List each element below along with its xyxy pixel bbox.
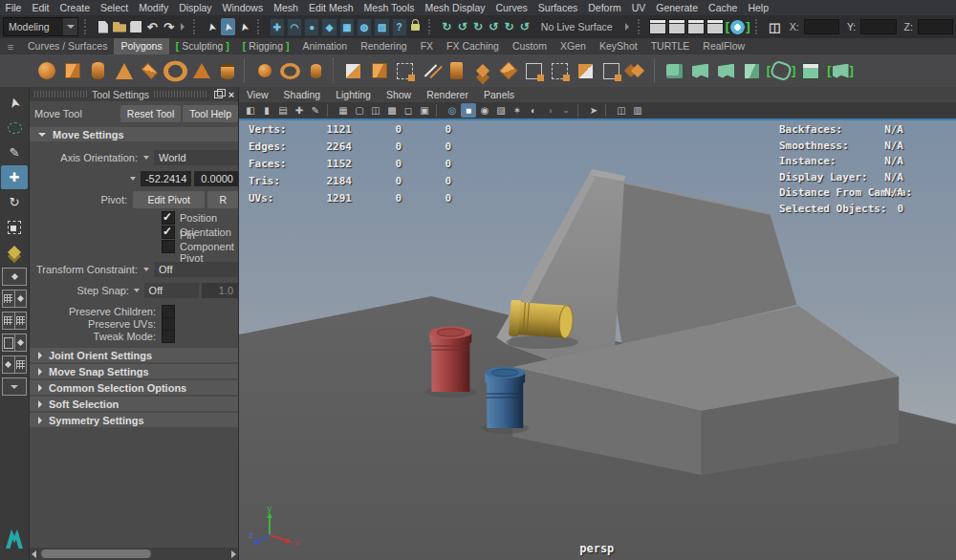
poly-pyramid-icon[interactable] [189,59,213,83]
uv-snapshot-icon[interactable] [798,59,822,83]
multi-cut-icon[interactable] [419,59,443,83]
wireframe-on-shaded-icon[interactable]: ◉ [477,103,492,118]
quad-draw-icon[interactable] [470,59,494,83]
step-snap-value[interactable]: Off [144,283,200,298]
axis-y-input[interactable]: 0.0000 [194,171,238,186]
coord-z-input[interactable] [918,19,953,34]
shelf-tab-sculpting[interactable]: Sculpting [169,38,236,54]
reset-tool-button[interactable]: Reset Tool [120,105,181,122]
letterbox-icon[interactable]: ▣ [417,103,432,118]
orientation-checkbox[interactable] [162,226,175,239]
coord-y-input[interactable] [860,19,896,34]
layout-custom-button[interactable] [2,377,27,396]
save-scene-icon[interactable] [129,18,143,35]
lock-selection-icon[interactable] [409,19,423,35]
insert-edge-loop-icon[interactable] [548,59,572,83]
scale-tool[interactable] [1,215,28,239]
viewport-menu-lighting[interactable]: Lighting [328,89,379,100]
paint-select-tool[interactable]: ✎ [1,140,28,164]
wireframe-icon[interactable]: ◎ [445,103,460,118]
boolean-union-icon[interactable] [341,59,365,83]
shelf-tab-polygons[interactable]: Polygons [114,38,168,54]
poly-cube-icon[interactable] [60,59,84,83]
panel-grip[interactable] [34,91,87,97]
undo-icon[interactable]: ↶ [145,18,160,35]
extrude-icon[interactable] [445,59,468,83]
menu-create[interactable]: Create [54,0,96,15]
shelf-tab-fx[interactable]: FX [414,38,440,54]
display-region-icon[interactable]: ◻ [401,103,416,118]
menu-uv[interactable]: UV [626,0,651,15]
scroll-left-icon[interactable] [32,550,36,558]
collapse-arrow-icon[interactable] [625,23,629,31]
poly-cone-icon[interactable] [112,59,136,83]
soft-select-icon[interactable]: ▧ [374,18,389,36]
step-snap-size-input[interactable]: 1.0 [202,283,238,298]
uv-cube-projection-icon[interactable] [740,59,764,83]
poly-pipe-icon[interactable] [215,59,239,83]
target-weld-icon[interactable] [599,59,623,83]
axis-orientation-value[interactable]: World [154,150,238,165]
menu-mesh-display[interactable]: Mesh Display [420,0,490,15]
axis-x-input[interactable]: -52.2414 [141,171,191,186]
list-outputs-icon[interactable]: ↺ [518,19,532,35]
layout-outliner-persp-button[interactable] [2,334,27,352]
construction-history-off-icon[interactable]: ↺ [487,19,500,35]
move-settings-header[interactable]: Move Settings [30,127,238,141]
shelf-tab-animation[interactable]: Animation [295,38,354,54]
shelf-tab-fx-caching[interactable]: FX Caching [440,38,506,54]
smooth-icon[interactable] [393,59,417,83]
shelf-tab-curves-surfaces[interactable]: Curves / Surfaces [21,38,114,54]
viewport-menu-renderer[interactable]: Renderer [419,89,476,100]
auto-projection-icon[interactable] [688,59,712,83]
shelf-tab-custom[interactable]: Custom [506,38,554,54]
snap-grid-icon[interactable]: ✚ [270,18,285,36]
poly-cylinder-icon[interactable] [86,59,110,83]
viewport-menu-view[interactable]: View [239,89,276,100]
menu-select[interactable]: Select [96,0,134,15]
pin-component-pivot-checkbox[interactable] [162,240,175,253]
motion-blur-icon[interactable]: ◒ [558,103,574,118]
edit-pivot-button[interactable]: Edit Pivot [133,191,205,208]
fill-hole-icon[interactable] [367,59,391,83]
connect-components-icon[interactable] [625,59,649,83]
blue-cylinder-mesh[interactable] [485,367,525,428]
menu-cache[interactable]: Cache [704,0,743,15]
live-surface-status[interactable]: No Live Surface [533,21,620,32]
open-scene-icon[interactable] [113,18,127,35]
viewport-menu-show[interactable]: Show [379,89,419,100]
grease-pencil-icon[interactable]: ✎ [308,103,323,118]
poly-torus-icon[interactable] [163,59,187,83]
poly-plane-icon[interactable] [138,59,162,83]
menu-windows[interactable]: Windows [217,0,269,15]
menu-generate[interactable]: Generate [651,0,704,15]
bookmark-icon[interactable]: ▮ [259,103,274,118]
shelf-tab-turtle[interactable]: TURTLE [644,38,697,54]
scroll-right-icon[interactable] [231,550,236,558]
lights-icon[interactable]: ✶ [510,103,525,118]
menu-edit-mesh[interactable]: Edit Mesh [303,0,358,15]
menu-mesh[interactable]: Mesh [269,0,304,15]
gate-mask-icon[interactable]: ▩ [384,103,400,118]
transform-constraint-dropdown-icon[interactable] [138,268,154,271]
new-scene-icon[interactable] [96,18,110,35]
input-connections-icon[interactable]: ↻ [440,19,453,35]
xray-icon[interactable]: ▥ [630,103,645,118]
render-current-frame-icon[interactable] [668,18,685,35]
select-tool[interactable]: ➤ [1,91,28,115]
snap-point-icon[interactable]: ● [304,18,319,36]
planar-projection-icon[interactable] [663,59,686,83]
menu-curves[interactable]: Curves [490,0,532,15]
symmetry-settings-header[interactable]: Symmetry Settings [30,413,238,427]
move-snap-settings-header[interactable]: Move Snap Settings [30,364,238,378]
layout-single-persp-button[interactable] [2,268,27,286]
bevel-icon[interactable] [496,59,520,83]
cut-uv-icon[interactable] [714,59,738,83]
arnold-renderview-icon[interactable] [726,20,750,34]
restore-panel-icon[interactable] [211,89,225,100]
menu-modify[interactable]: Modify [134,0,174,15]
snap-curve-icon[interactable]: ◠ [287,18,302,36]
menuset-selector[interactable]: Modeling [3,17,78,36]
coord-x-input[interactable] [804,19,839,34]
panel-grip[interactable] [154,91,206,97]
